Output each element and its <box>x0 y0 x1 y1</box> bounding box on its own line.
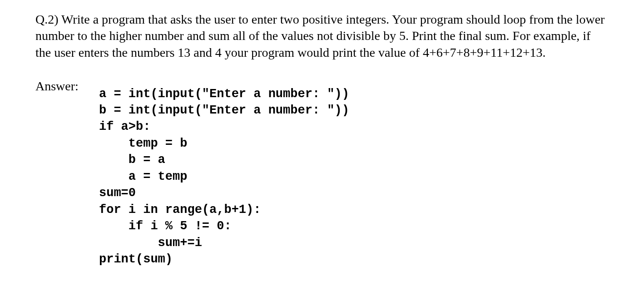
answer-section: Answer: a = int(input("Enter a number: "… <box>35 78 609 267</box>
question-text: Q.2) Write a program that asks the user … <box>35 11 609 61</box>
code-block: a = int(input("Enter a number: ")) b = i… <box>99 86 609 268</box>
